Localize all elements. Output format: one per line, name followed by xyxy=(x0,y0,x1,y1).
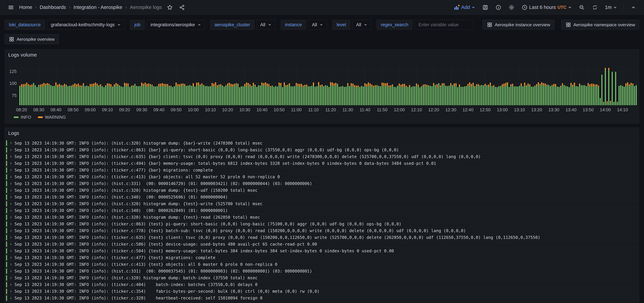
log-row[interactable]: Sep 13 2023 14:19:30 GMT: INFO (info): (… xyxy=(5,207,639,214)
log-row[interactable]: Sep 13 2023 14:19:30 GMT: INFO (info): (… xyxy=(5,247,639,254)
dashboard-settings-button[interactable] xyxy=(508,3,516,12)
log-row[interactable]: Sep 13 2023 14:19:30 GMT: INFO (info): (… xyxy=(5,268,639,274)
legend-item-info[interactable]: INFO xyxy=(14,115,31,120)
dashboard-insights-button[interactable] xyxy=(494,3,502,12)
log-line-text: Sep 13 2023 14:19:30 GMT: INFO (info): (… xyxy=(14,208,228,213)
log-row[interactable]: Sep 13 2023 14:19:30 GMT: INFO (info): (… xyxy=(5,140,639,146)
breadcrumb-dashboards[interactable]: Dashboards xyxy=(40,5,66,10)
log-row[interactable]: Sep 13 2023 14:19:30 GMT: INFO (info): (… xyxy=(5,227,639,234)
log-row[interactable]: Sep 13 2023 14:19:30 GMT: INFO (info): (… xyxy=(5,254,639,261)
x-axis-label: 10:30 xyxy=(237,107,253,112)
legend-label: INFO xyxy=(21,115,31,120)
variable-select-aerospike-cluster[interactable]: All xyxy=(256,20,275,30)
x-axis-label: 10:00 xyxy=(185,107,201,112)
log-level-indicator xyxy=(6,181,7,186)
add-panel-button[interactable]: Add xyxy=(453,3,476,12)
logs-panel-title[interactable]: Logs xyxy=(8,130,19,136)
chevron-right-icon[interactable] xyxy=(9,256,12,259)
chevron-right-icon[interactable] xyxy=(9,296,12,300)
chevron-right-icon[interactable] xyxy=(9,189,12,192)
refresh-interval-dropdown[interactable]: 1m xyxy=(604,4,618,11)
log-level-indicator xyxy=(6,235,7,240)
log-row[interactable]: Sep 13 2023 14:19:30 GMT: INFO (info): (… xyxy=(5,187,639,194)
legend-label: WARNING xyxy=(45,115,66,120)
x-axis-label: 11:10 xyxy=(305,107,322,112)
time-range-label: Last 6 hours xyxy=(529,5,556,10)
chevron-right-icon[interactable] xyxy=(9,202,12,205)
collapse-nav-button[interactable] xyxy=(630,4,637,11)
chevron-right-icon[interactable] xyxy=(9,283,12,286)
chevron-right-icon[interactable] xyxy=(9,222,12,226)
chevron-down-icon xyxy=(613,6,617,9)
log-row[interactable]: Sep 13 2023 14:19:30 GMT: INFO (info): (… xyxy=(5,274,639,281)
chevron-right-icon[interactable] xyxy=(9,269,12,273)
info-circle-icon xyxy=(495,4,502,11)
add-button-label: Add xyxy=(461,5,470,10)
log-level-indicator xyxy=(6,167,7,173)
log-row[interactable]: Sep 13 2023 14:19:30 GMT: INFO (info): (… xyxy=(5,194,639,200)
log-row[interactable]: Sep 13 2023 14:19:30 GMT: INFO (info): (… xyxy=(5,288,639,294)
chevron-right-icon[interactable] xyxy=(9,175,12,179)
chevron-right-icon[interactable] xyxy=(9,162,12,165)
log-row[interactable]: Sep 13 2023 14:19:30 GMT: INFO (info): (… xyxy=(5,220,639,227)
log-level-indicator xyxy=(6,221,7,227)
zoom-out-time-button[interactable] xyxy=(578,3,586,12)
link-aerospike-namespace-overview[interactable]: Aerospike namespace overview xyxy=(562,20,639,30)
chevron-right-icon[interactable] xyxy=(9,195,12,199)
x-axis-label: 13:40 xyxy=(563,107,579,112)
log-row[interactable]: Sep 13 2023 14:19:30 GMT: INFO (info): (… xyxy=(5,173,639,180)
log-line-text: Sep 13 2023 14:19:30 GMT: INFO (info): (… xyxy=(14,141,262,146)
log-row[interactable]: Sep 13 2023 14:19:30 GMT: INFO (info): (… xyxy=(5,200,639,207)
chevron-right-icon[interactable] xyxy=(9,276,12,279)
chevron-right-icon[interactable] xyxy=(9,249,12,253)
link-aerospike-instance-overview[interactable]: Aerospike instance overview xyxy=(483,20,554,30)
chevron-right-icon[interactable] xyxy=(9,229,12,232)
favorite-button[interactable] xyxy=(166,3,174,12)
variables-bar: loki_datasource grafanacloud-keithschmit… xyxy=(5,20,639,30)
share-button[interactable] xyxy=(178,3,186,12)
log-line-text: Sep 13 2023 14:19:30 GMT: INFO (info): (… xyxy=(14,248,394,253)
log-row[interactable]: Sep 13 2023 14:19:30 GMT: INFO (info): (… xyxy=(5,241,639,247)
x-axis-label: 12:00 xyxy=(391,107,408,112)
regex-search-input[interactable] xyxy=(414,20,474,30)
x-axis-label: 14:00 xyxy=(597,107,614,112)
chevron-right-icon[interactable] xyxy=(9,155,12,158)
x-axis-label: 13:10 xyxy=(512,107,528,112)
chevron-right-icon[interactable] xyxy=(9,263,12,266)
chevron-right-icon[interactable] xyxy=(9,236,12,239)
chevron-right-icon[interactable] xyxy=(9,148,12,152)
link-aerospike-overview[interactable]: Aerospike overview xyxy=(5,34,59,44)
variable-select-instance[interactable]: All xyxy=(308,20,327,30)
time-range-picker[interactable]: Last 6 hours UTC xyxy=(520,3,573,12)
logs-volume-panel-title[interactable]: Logs volume xyxy=(8,52,37,58)
refresh-button[interactable] xyxy=(591,3,599,12)
chevron-down-icon xyxy=(568,6,572,9)
log-row[interactable]: Sep 13 2023 14:19:30 GMT: INFO (info): (… xyxy=(5,146,639,153)
log-row[interactable]: Sep 13 2023 14:19:30 GMT: INFO (info): (… xyxy=(5,160,639,167)
chevron-right-icon[interactable] xyxy=(9,216,12,219)
chevron-right-icon[interactable] xyxy=(9,290,12,293)
log-row[interactable]: Sep 13 2023 14:19:30 GMT: INFO (info): (… xyxy=(5,261,639,268)
legend-item-warning[interactable]: WARNING xyxy=(38,115,66,120)
variable-select-level[interactable]: All xyxy=(352,20,371,30)
chevron-right-icon[interactable] xyxy=(9,141,12,145)
breadcrumb-home[interactable]: Home xyxy=(19,5,32,10)
logs-volume-chart[interactable] xyxy=(19,66,637,105)
variable-select-job[interactable]: integrations/aerospike xyxy=(146,20,205,30)
chevron-right-icon[interactable] xyxy=(9,242,12,246)
chevron-right-icon[interactable] xyxy=(9,182,12,185)
chevron-right-icon[interactable] xyxy=(9,209,12,212)
log-row[interactable]: Sep 13 2023 14:19:30 GMT: INFO (info): (… xyxy=(5,294,639,301)
log-row[interactable]: Sep 13 2023 14:19:30 GMT: INFO (info): (… xyxy=(5,153,639,160)
variable-select-loki-datasource[interactable]: grafanacloud-keithschmitty-logs xyxy=(47,20,124,30)
log-row[interactable]: Sep 13 2023 14:19:30 GMT: INFO (info): (… xyxy=(5,180,639,187)
log-row[interactable]: Sep 13 2023 14:19:30 GMT: INFO (info): (… xyxy=(5,214,639,220)
save-dashboard-button[interactable] xyxy=(481,3,489,12)
menu-button[interactable] xyxy=(7,3,15,12)
log-row[interactable]: Sep 13 2023 14:19:30 GMT: INFO (info): (… xyxy=(5,167,639,173)
x-axis-label: 13:50 xyxy=(580,107,596,112)
chevron-right-icon[interactable] xyxy=(9,168,12,172)
log-row[interactable]: Sep 13 2023 14:19:30 GMT: INFO (info): (… xyxy=(5,281,639,288)
log-row[interactable]: Sep 13 2023 14:19:30 GMT: INFO (info): (… xyxy=(5,234,639,241)
breadcrumb-folder[interactable]: Integration - Aerospike xyxy=(74,5,122,10)
